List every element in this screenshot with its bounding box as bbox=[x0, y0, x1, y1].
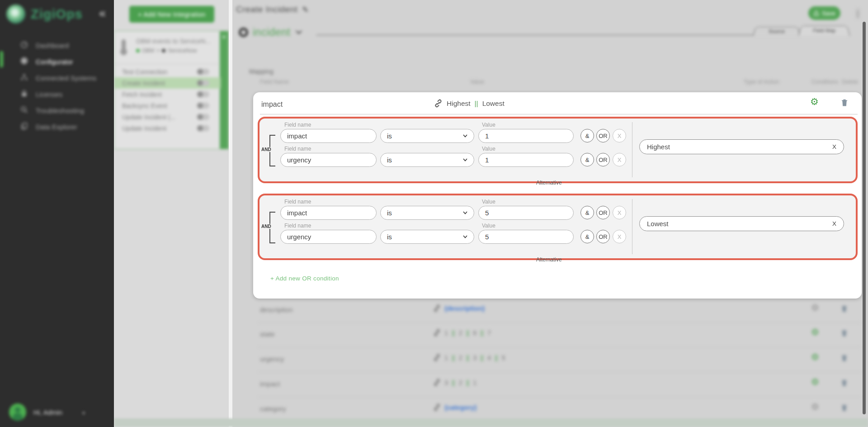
value-label: Value bbox=[482, 223, 495, 229]
add-and-button[interactable]: & bbox=[580, 206, 594, 219]
action-toggle[interactable] bbox=[197, 103, 209, 109]
sidebar-item-connected-systems[interactable]: Connected Systems bbox=[0, 70, 114, 86]
action-item-create-incident[interactable]: Create Incident bbox=[114, 77, 221, 89]
remove-condition-button[interactable]: X bbox=[613, 206, 626, 219]
row-conditions-gear-icon[interactable]: ⚙ bbox=[811, 327, 819, 337]
add-and-button[interactable]: & bbox=[580, 129, 594, 142]
mapping-row-urgency[interactable]: urgency 1||2||3||4||5 ⚙ bbox=[229, 348, 868, 372]
row-divider bbox=[258, 397, 861, 397]
user-menu[interactable]: Hi, Admin ▴ bbox=[9, 403, 85, 421]
operator-select[interactable]: is bbox=[380, 230, 474, 244]
action-label: Create Incident bbox=[122, 80, 165, 87]
add-or-button[interactable]: OR bbox=[596, 206, 610, 219]
integrations-panel: + Add New Integration + OBM events to Se… bbox=[114, 0, 229, 427]
action-item-backsync-event[interactable]: Backsync Event bbox=[114, 100, 221, 111]
add-or-button[interactable]: OR bbox=[596, 129, 610, 142]
preview-part: Lowest bbox=[482, 100, 505, 108]
add-and-button[interactable]: & bbox=[580, 230, 594, 243]
chevron-down-icon bbox=[463, 235, 467, 238]
operator-select[interactable]: is bbox=[380, 206, 474, 220]
condition-value-input[interactable] bbox=[485, 156, 567, 164]
action-toggle[interactable] bbox=[197, 69, 209, 75]
condition-field-input[interactable] bbox=[287, 209, 370, 217]
row-conditions-gear-icon[interactable]: ⚙ bbox=[811, 352, 819, 361]
chevron-down-icon bbox=[463, 134, 467, 138]
row-delete-trash-icon[interactable] bbox=[841, 304, 848, 314]
sidebar-item-licenses[interactable]: Licenses bbox=[0, 86, 114, 102]
action-label: Test Connection bbox=[122, 68, 167, 76]
sidebar-item-data-explorer[interactable]: Data Explorer bbox=[0, 119, 114, 135]
result-value-input[interactable] bbox=[647, 220, 832, 228]
action-item-fetch-incident[interactable]: Fetch Incident bbox=[114, 89, 221, 100]
lock-icon bbox=[20, 90, 28, 99]
add-new-integration-button[interactable]: + Add New Integration bbox=[129, 6, 214, 23]
field-name-label: Field name bbox=[284, 223, 311, 229]
add-and-button[interactable]: & bbox=[580, 153, 594, 166]
delete-trash-icon[interactable] bbox=[841, 98, 848, 109]
user-menu-caret-icon[interactable]: ▴ bbox=[82, 409, 85, 415]
operator-select[interactable]: is bbox=[380, 129, 474, 143]
and-operator-label: AND bbox=[260, 147, 272, 152]
zigiops-logo-icon bbox=[6, 5, 25, 24]
value-separator: || bbox=[452, 329, 455, 337]
sidebar-item-configurator[interactable]: Configurator bbox=[0, 53, 114, 70]
action-label: Update Incident bbox=[122, 125, 166, 132]
operator-select[interactable]: is bbox=[380, 153, 474, 167]
action-item-update-incident-1[interactable]: Update Incident (... bbox=[114, 111, 221, 123]
condition-field-input[interactable] bbox=[287, 233, 370, 241]
app-logo: ZigiOps bbox=[6, 5, 83, 24]
row-delete-trash-icon[interactable] bbox=[841, 354, 848, 364]
condition-value-input-wrap bbox=[478, 230, 574, 244]
sidebar-item-troubleshooting[interactable]: Troubleshooting bbox=[0, 102, 114, 119]
add-or-button[interactable]: OR bbox=[596, 153, 610, 166]
sidebar-item-dashboard[interactable]: Dashboard bbox=[0, 37, 114, 53]
row-value-part: 1 bbox=[444, 354, 448, 361]
action-label: Backsync Event bbox=[122, 102, 167, 109]
mapping-row-description[interactable]: description {description} ⚙ bbox=[229, 299, 868, 323]
add-or-button[interactable]: OR bbox=[596, 230, 610, 243]
condition-value-input[interactable] bbox=[485, 132, 567, 140]
action-toggle[interactable] bbox=[197, 114, 209, 120]
action-item-update-incident-2[interactable]: Update Incident bbox=[114, 123, 221, 134]
expanded-value-preview: Highest || Lowest bbox=[434, 99, 505, 108]
result-value-input[interactable] bbox=[647, 143, 832, 151]
condition-value-input[interactable] bbox=[485, 209, 567, 217]
mapping-row-impact[interactable]: impact 3||2||1 ⚙ bbox=[229, 373, 868, 397]
action-toggle[interactable] bbox=[197, 91, 209, 97]
operator-value: is bbox=[387, 233, 392, 241]
sidebar-collapse-icon[interactable]: « bbox=[99, 7, 106, 19]
row-delete-trash-icon[interactable] bbox=[841, 379, 848, 389]
row-value-part: 1 bbox=[444, 329, 448, 337]
remove-condition-button[interactable]: X bbox=[613, 153, 626, 166]
remove-condition-button[interactable]: X bbox=[613, 230, 626, 243]
row-conditions-gear-icon[interactable]: ⚙ bbox=[811, 377, 819, 386]
action-toggle[interactable] bbox=[197, 125, 209, 131]
condition-field-input[interactable] bbox=[287, 156, 370, 164]
condition-field-input[interactable] bbox=[287, 132, 370, 140]
value-separator: || bbox=[466, 329, 470, 337]
row-conditions-gear-icon[interactable]: ⚙ bbox=[811, 402, 819, 411]
integration-route: OBM > ServiceNow bbox=[136, 47, 197, 54]
row-value-part: 4 bbox=[487, 354, 491, 361]
sidebar-item-label: Data Explorer bbox=[36, 123, 77, 131]
row-value-part: 3 bbox=[444, 379, 448, 386]
mapping-row-state[interactable]: state 1||2||6||7 ⚙ bbox=[229, 323, 868, 347]
vertical-scrollbar[interactable] bbox=[863, 22, 866, 414]
row-conditions-gear-icon[interactable]: ⚙ bbox=[811, 303, 819, 312]
add-new-or-condition-link[interactable]: + Add new OR condition bbox=[270, 275, 339, 282]
action-item-test-connection[interactable]: Test Connection bbox=[114, 66, 221, 77]
condition-value-input[interactable] bbox=[485, 233, 567, 241]
row-delete-trash-icon[interactable] bbox=[841, 403, 848, 413]
link-icon bbox=[434, 99, 443, 108]
target-status-dot bbox=[162, 49, 165, 52]
value-label: Value bbox=[482, 146, 495, 152]
row-value-part: 2 bbox=[459, 354, 462, 361]
divider bbox=[114, 64, 220, 64]
remove-condition-button[interactable]: X bbox=[613, 129, 626, 142]
clear-result-button[interactable]: X bbox=[832, 143, 836, 150]
row-delete-trash-icon[interactable] bbox=[841, 329, 848, 339]
integration-add-strip[interactable]: + bbox=[220, 31, 228, 149]
conditions-gear-icon[interactable]: ⚙ bbox=[810, 97, 819, 106]
clear-result-button[interactable]: X bbox=[832, 220, 836, 227]
action-toggle[interactable] bbox=[197, 80, 209, 86]
